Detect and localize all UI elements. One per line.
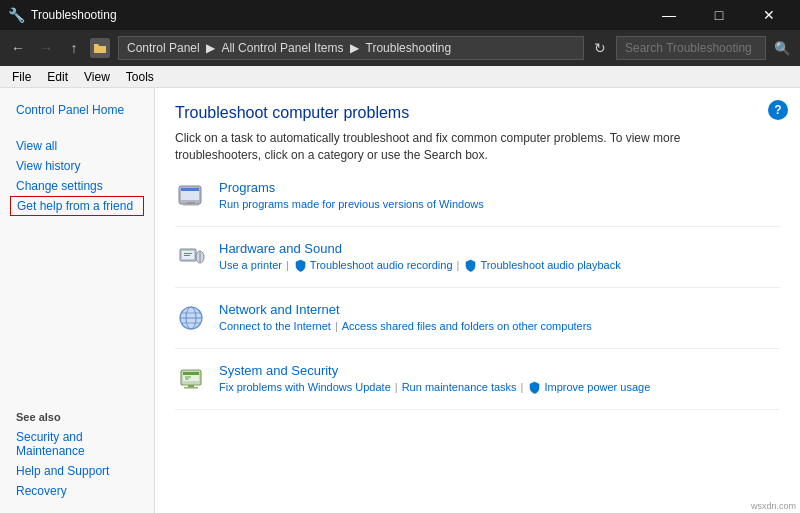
hardware-link-printer[interactable]: Use a printer — [219, 259, 282, 271]
page-description: Click on a task to automatically trouble… — [175, 130, 735, 164]
see-also-label: See also — [0, 399, 154, 427]
security-link-windows-update[interactable]: Fix problems with Windows Update — [219, 381, 391, 393]
sidebar-item-recovery[interactable]: Recovery — [0, 481, 154, 501]
shield-icon-2 — [465, 259, 476, 272]
sidebar-item-help-support[interactable]: Help and Support — [0, 461, 154, 481]
programs-content: Programs Run programs made for previous … — [219, 180, 780, 210]
watermark: wsxdn.com — [751, 501, 796, 511]
sidebar: Control Panel Home View all View history… — [0, 88, 155, 513]
category-hardware: Hardware and Sound Use a printer | Troub… — [175, 241, 780, 288]
menu-edit[interactable]: Edit — [39, 68, 76, 86]
menu-view[interactable]: View — [76, 68, 118, 86]
search-button[interactable]: 🔍 — [770, 36, 794, 60]
menu-tools[interactable]: Tools — [118, 68, 162, 86]
network-links: Connect to the Internet | Access shared … — [219, 320, 780, 332]
menu-bar: File Edit View Tools — [0, 66, 800, 88]
window-title: Troubleshooting — [31, 8, 646, 22]
help-button[interactable]: ? — [768, 100, 788, 120]
security-links: Fix problems with Windows Update | Run m… — [219, 381, 780, 394]
network-title[interactable]: Network and Internet — [219, 302, 780, 317]
category-network: Network and Internet Connect to the Inte… — [175, 302, 780, 349]
svg-rect-20 — [184, 387, 198, 389]
folder-icon — [90, 38, 110, 58]
shield-icon-3 — [529, 381, 540, 394]
svg-rect-19 — [188, 385, 194, 387]
svg-rect-2 — [181, 188, 199, 191]
programs-link-1[interactable]: Run programs made for previous versions … — [219, 198, 484, 210]
sidebar-item-get-help[interactable]: Get help from a friend — [10, 196, 144, 216]
refresh-button[interactable]: ↻ — [588, 36, 612, 60]
security-icon — [175, 363, 207, 395]
maximize-button[interactable]: □ — [696, 0, 742, 30]
hardware-icon — [175, 241, 207, 273]
sidebar-item-view-history[interactable]: View history — [0, 156, 154, 176]
programs-links: Run programs made for previous versions … — [219, 198, 780, 210]
security-link-power[interactable]: Improve power usage — [544, 381, 650, 393]
address-bar: ← → ↑ ↻ 🔍 — [0, 30, 800, 66]
network-link-connect[interactable]: Connect to the Internet — [219, 320, 331, 332]
minimize-button[interactable]: — — [646, 0, 692, 30]
sidebar-item-security-maintenance[interactable]: Security and Maintenance — [0, 427, 154, 461]
category-programs: Programs Run programs made for previous … — [175, 180, 780, 227]
window-icon: 🔧 — [8, 7, 25, 23]
network-icon — [175, 302, 207, 334]
security-link-maintenance[interactable]: Run maintenance tasks — [402, 381, 517, 393]
page-title: Troubleshoot computer problems — [175, 104, 780, 122]
programs-title[interactable]: Programs — [219, 180, 780, 195]
network-link-shared[interactable]: Access shared files and folders on other… — [342, 320, 592, 332]
category-security: System and Security Fix problems with Wi… — [175, 363, 780, 410]
security-content: System and Security Fix problems with Wi… — [219, 363, 780, 394]
hardware-links: Use a printer | Troubleshoot audio recor… — [219, 259, 780, 272]
forward-button[interactable]: → — [34, 36, 58, 60]
sidebar-item-view-all[interactable]: View all — [0, 136, 154, 156]
back-button[interactable]: ← — [6, 36, 30, 60]
svg-rect-10 — [184, 255, 190, 256]
network-content: Network and Internet Connect to the Inte… — [219, 302, 780, 332]
close-button[interactable]: ✕ — [746, 0, 792, 30]
content-area: ? Troubleshoot computer problems Click o… — [155, 88, 800, 513]
svg-rect-3 — [187, 202, 195, 204]
menu-file[interactable]: File — [4, 68, 39, 86]
svg-rect-4 — [183, 204, 199, 206]
main-layout: Control Panel Home View all View history… — [0, 88, 800, 513]
search-input[interactable] — [616, 36, 766, 60]
title-bar: 🔧 Troubleshooting — □ ✕ — [0, 0, 800, 30]
programs-icon — [175, 180, 207, 212]
hardware-content: Hardware and Sound Use a printer | Troub… — [219, 241, 780, 272]
svg-rect-9 — [184, 253, 192, 254]
up-button[interactable]: ↑ — [62, 36, 86, 60]
security-title[interactable]: System and Security — [219, 363, 780, 378]
hardware-link-audio-playback[interactable]: Troubleshoot audio playback — [480, 259, 620, 271]
address-input[interactable] — [118, 36, 584, 60]
window-controls: — □ ✕ — [646, 0, 792, 30]
svg-rect-18 — [183, 372, 199, 375]
shield-icon-1 — [295, 259, 306, 272]
sidebar-item-control-panel-home[interactable]: Control Panel Home — [0, 100, 154, 120]
sidebar-item-change-settings[interactable]: Change settings — [0, 176, 154, 196]
hardware-title[interactable]: Hardware and Sound — [219, 241, 780, 256]
hardware-link-audio-recording[interactable]: Troubleshoot audio recording — [310, 259, 453, 271]
